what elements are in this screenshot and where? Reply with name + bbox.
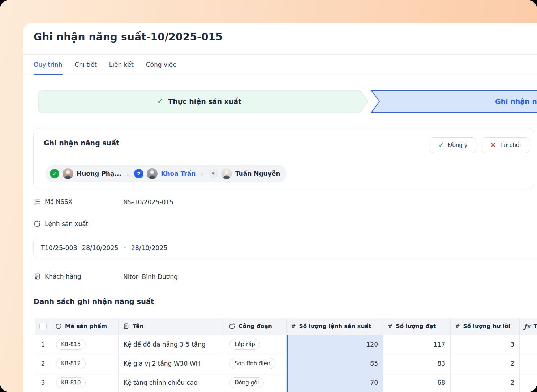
reject-button-label: Từ chối xyxy=(500,141,521,149)
reject-button[interactable]: ✕ Từ chối xyxy=(482,137,529,153)
row-index: 1 xyxy=(35,335,51,354)
field-ma-nssx-value: NS-10/2025-015 xyxy=(123,199,173,206)
cell-product-name: Kệ gia vị 2 tầng W30 WH xyxy=(119,354,224,373)
cell-qty-pass: 68 xyxy=(383,373,451,392)
approver-step-badge: ✓ xyxy=(50,169,59,178)
formula-icon: ƒx xyxy=(524,323,530,330)
lsx-date-to: 28/10/2025 xyxy=(131,244,168,252)
approver-step-badge: 3 xyxy=(209,169,218,178)
stage-pill: Lắp ráp xyxy=(229,339,260,350)
check-icon: ✓ xyxy=(438,141,444,149)
list-section-title: Danh sách ghi nhận năng suất xyxy=(34,297,154,306)
approval-chain: ✓ Hương Phạ... › 2 Khoa Trần › 3 Tuấn Ng… xyxy=(46,165,287,182)
avatar xyxy=(221,168,232,179)
step-current-label: Ghi nhận n xyxy=(495,90,537,113)
column-header: #Số lượng đạt xyxy=(383,318,451,335)
approver: 3 Tuấn Nguyễn xyxy=(209,168,280,179)
chevron-right-icon: › xyxy=(127,170,129,178)
svg-text:3: 3 xyxy=(34,202,36,205)
dot-separator: • xyxy=(123,245,126,251)
select-all-header xyxy=(35,318,51,335)
approver-name: Tuấn Nguyễn xyxy=(235,170,280,177)
app-window: Ghi nhận năng suất-10/2025-015 Quy trình… xyxy=(0,0,537,392)
row-index: 2 xyxy=(35,354,51,373)
product-code-pill: KB-812 xyxy=(56,358,86,369)
process-steps: ✓ Thực hiện sản xuất Ghi nhận n xyxy=(23,90,537,113)
cell-product-name: Kệ để đồ đa năng 3-5 tầng xyxy=(119,335,224,354)
field-khach-hang: Khách hàng xyxy=(34,272,81,281)
approval-card: Ghi nhận năng suất ✓ Đồng ý ✕ Từ chối ✓ … xyxy=(33,128,534,189)
tab-quy-trình[interactable]: Quy trình xyxy=(34,55,63,75)
record-icon xyxy=(34,220,41,227)
tab-bar: Quy trìnhChi tiếtLiên kếtCông việc xyxy=(34,55,176,75)
cell-qty-order: 85 xyxy=(287,354,383,373)
tab-công-việc[interactable]: Công việc xyxy=(146,55,176,75)
record-icon xyxy=(229,323,235,330)
cell-product-code: KB-815 xyxy=(51,335,119,354)
page-title: Ghi nhận năng suất-10/2025-015 xyxy=(34,31,223,43)
approver-name: Hương Phạ... xyxy=(77,170,121,177)
close-icon: ✕ xyxy=(490,141,496,149)
tab-liên-kết[interactable]: Liên kết xyxy=(109,55,134,75)
cell-qty-fail: 3 xyxy=(451,335,520,354)
column-header: Mã sản phẩm xyxy=(51,318,119,335)
product-code-pill: KB-810 xyxy=(56,377,86,388)
step-ghi-nhan[interactable]: Ghi nhận n xyxy=(371,90,537,113)
table-row[interactable]: 1 KB-815 Kệ để đồ đa năng 3-5 tầng Lắp r… xyxy=(35,335,537,354)
cell-extra xyxy=(520,354,537,373)
hash-icon: # xyxy=(291,323,296,330)
column-header: #Số lượng hư lỗi xyxy=(451,318,520,335)
field-lenh-san-xuat: Lệnh sản xuất xyxy=(34,219,88,228)
step-thuc-hien-san-xuat[interactable]: ✓ Thực hiện sản xuất xyxy=(38,90,369,113)
select-all-checkbox[interactable] xyxy=(39,323,47,330)
field-label: Mã NSSX xyxy=(45,198,72,205)
cell-extra xyxy=(520,373,537,392)
approve-button[interactable]: ✓ Đồng ý xyxy=(430,137,476,153)
lenh-san-xuat-value[interactable]: T10/25-003 28/10/2025 • 28/10/2025 xyxy=(33,238,537,258)
cell-qty-order: 70 xyxy=(287,373,383,392)
cell-product-code: KB-810 xyxy=(51,373,119,392)
avatar xyxy=(63,168,73,179)
productivity-table: Mã sản phẩmTênCông đoạn#Số lượng lệnh sả… xyxy=(35,318,537,392)
field-label: Lệnh sản xuất xyxy=(45,220,88,227)
table-row[interactable]: 3 KB-810 Kệ tăng chỉnh chiều cao Đóng gó… xyxy=(35,373,537,392)
field-ma-nssx: 1 2 3 Mã NSSX xyxy=(34,197,72,206)
cell-qty-fail: 2 xyxy=(451,354,520,373)
tab-chi-tiết[interactable]: Chi tiết xyxy=(75,55,97,75)
hash-icon: # xyxy=(455,323,460,330)
document-search-icon xyxy=(123,323,129,330)
ordered-list-icon: 1 2 3 xyxy=(34,198,41,205)
cell-product-code: KB-812 xyxy=(51,354,119,373)
column-header: Công đoạn xyxy=(224,318,287,335)
cell-qty-order: 120 xyxy=(287,335,383,354)
lsx-code: T10/25-003 xyxy=(41,244,77,252)
row-index: 3 xyxy=(35,373,51,392)
avatar xyxy=(147,168,158,179)
stage-pill: Đóng gói xyxy=(229,377,264,388)
approver: 2 Khoa Trần xyxy=(134,168,196,179)
column-header: Tên xyxy=(119,318,224,335)
approval-actions: ✓ Đồng ý ✕ Từ chối xyxy=(430,137,529,153)
divider xyxy=(23,75,537,75)
cell-stage: Đóng gói xyxy=(224,373,287,392)
cell-qty-pass: 83 xyxy=(383,354,451,373)
column-header: ƒxT xyxy=(520,318,537,335)
cell-product-name: Kệ tăng chỉnh chiều cao xyxy=(119,373,224,392)
approve-button-label: Đồng ý xyxy=(448,141,467,149)
table-row[interactable]: 2 KB-812 Kệ gia vị 2 tầng W30 WH Sơn tĩn… xyxy=(35,354,537,373)
approver-step-badge: 2 xyxy=(134,169,143,178)
column-header: #Số lượng lệnh sản xuất xyxy=(287,318,383,335)
product-code-pill: KB-815 xyxy=(56,339,86,350)
cell-stage: Lắp ráp xyxy=(224,335,287,354)
chevron-right-icon: › xyxy=(201,170,203,178)
main-panel: Ghi nhận năng suất-10/2025-015 Quy trình… xyxy=(23,23,537,392)
cell-qty-fail: 2 xyxy=(451,373,520,392)
step-done-label: Thực hiện sản xuất xyxy=(168,97,241,105)
hash-icon: # xyxy=(388,323,392,330)
lsx-date-from: 28/10/2025 xyxy=(82,244,119,252)
field-khach-hang-value: Nitori Bình Dương xyxy=(123,273,178,280)
record-icon xyxy=(55,323,62,330)
cell-stage: Sơn tĩnh điện xyxy=(224,354,287,373)
cell-extra xyxy=(520,335,537,354)
approver: ✓ Hương Phạ... xyxy=(50,168,121,179)
